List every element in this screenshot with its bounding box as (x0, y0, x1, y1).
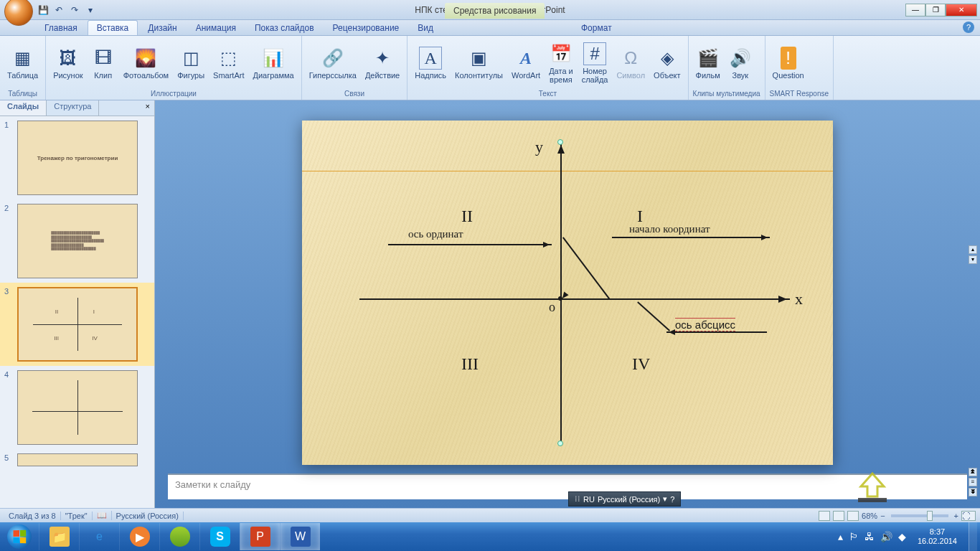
origin-text: начало координат (629, 223, 710, 235)
save-button[interactable]: 💾 (37, 4, 49, 16)
tray-volume-icon[interactable]: 🔊 (880, 531, 892, 542)
tab-insert[interactable]: Вставка (88, 20, 138, 35)
tab-view[interactable]: Вид (409, 21, 442, 35)
language-bar[interactable]: ⁞⁞ RU Русский (Россия) ▾? (568, 491, 681, 507)
hyperlink-button[interactable]: 🔗Гиперссылка (306, 45, 359, 81)
tray-flag-icon[interactable]: 🏳 (849, 531, 859, 542)
question-button[interactable]: !Question (770, 45, 807, 81)
show-desktop-button[interactable] (969, 522, 977, 551)
zoom-level[interactable]: 68% (862, 512, 877, 520)
tab-animation[interactable]: Анимация (187, 21, 245, 35)
clock[interactable]: 8:37 16.02.2014 (912, 527, 963, 546)
slide-thumb-4[interactable]: 4 (0, 366, 154, 449)
outline-tab[interactable]: Структура (47, 100, 99, 116)
zoom-slider[interactable] (891, 514, 948, 517)
prev-slide-button[interactable]: ▴ (969, 245, 977, 254)
tab-format[interactable]: Формат (573, 21, 621, 35)
origin-line-diag[interactable] (562, 237, 610, 299)
slide-counter: Слайд 3 из 8 (4, 512, 61, 520)
maximize-button[interactable]: ❐ (925, 4, 946, 17)
zoom-in-button[interactable]: + (954, 512, 958, 520)
textbox-button[interactable]: AНадпись (412, 45, 449, 81)
symbol-button: ΩСимвол (613, 45, 648, 81)
origin-line-h[interactable] (612, 237, 770, 238)
tray-network-icon[interactable]: 🖧 (864, 531, 875, 542)
taskbar-mediaplayer[interactable]: ▶ (119, 523, 159, 550)
date-icon: 📅 (550, 42, 573, 65)
language-indicator[interactable]: Русский (Россия) (112, 512, 184, 520)
selection-handle-bottom[interactable] (557, 441, 563, 446)
tab-review[interactable]: Рецензирование (324, 21, 408, 35)
origin-point (558, 296, 562, 301)
taskbar-explorer[interactable]: 📁 (39, 523, 79, 550)
clip-button[interactable]: 🎞Клип (89, 45, 118, 81)
headerfooter-button[interactable]: ▣Колонтитулы (452, 45, 506, 81)
smartart-button[interactable]: ⬚SmartArt (210, 45, 247, 81)
slidenumber-button[interactable]: #Номер слайда (579, 41, 611, 85)
minimize-button[interactable]: — (905, 4, 925, 17)
slides-tab[interactable]: Слайды (0, 100, 47, 116)
slideshow-view-button[interactable] (847, 511, 859, 521)
chart-button[interactable]: 📊Диаграмма (250, 45, 297, 81)
notes-pane[interactable]: Заметки к слайду (168, 474, 967, 499)
slide-thumb-2[interactable]: 2███████████████████████████████████████… (0, 199, 154, 283)
next-slide-nav[interactable]: ⯯ (969, 488, 977, 496)
slides-panel: Слайды Структура × 1Тренажер по тригоном… (0, 100, 155, 508)
photoalbum-button[interactable]: 🌄Фотоальбом (121, 45, 172, 81)
next-slide-button[interactable]: ▾ (969, 255, 977, 264)
object-button[interactable]: ◈Объект (651, 45, 683, 81)
wordart-button[interactable]: AWordArt (509, 45, 543, 81)
taskbar-skype[interactable]: S (199, 523, 240, 550)
sound-button[interactable]: 🔊Звук (726, 45, 755, 81)
taskbar-ie[interactable]: e (79, 523, 119, 550)
action-button[interactable]: ✦Действие (362, 45, 402, 81)
sorter-view-button[interactable] (833, 511, 844, 521)
slide-thumb-3[interactable]: 3IIIIIIIV (0, 283, 154, 366)
taskbar-app1[interactable] (159, 523, 199, 550)
ordinate-text: ось ординат (408, 228, 463, 240)
slide-canvas[interactable]: y x o I II III IV ось ординат начало коо… (302, 121, 833, 465)
close-button[interactable]: ✕ (946, 4, 977, 17)
sound-icon: 🔊 (729, 47, 752, 70)
shapes-button[interactable]: ◫Фигуры (174, 45, 207, 81)
slide-thumb-1[interactable]: 1Тренажер по тригонометрии (0, 116, 154, 199)
slide-thumb-5[interactable]: 5 (0, 449, 154, 471)
shapes-icon: ◫ (179, 47, 202, 70)
group-illustrations: Иллюстрации (50, 89, 297, 98)
spellcheck-indicator[interactable]: 📖 (93, 511, 112, 520)
tray-show-hidden[interactable]: ▴ (838, 531, 843, 542)
help-button[interactable]: ? (963, 22, 974, 33)
abscissa-line-diag[interactable] (637, 301, 670, 331)
taskbar-powerpoint[interactable]: P (240, 523, 280, 550)
picture-icon: 🖼 (57, 47, 80, 70)
datetime-button[interactable]: 📅Дата и время (546, 41, 576, 85)
slide-nav-menu[interactable]: ≡ (969, 478, 977, 486)
normal-view-button[interactable] (819, 511, 830, 521)
table-button[interactable]: ▦Таблица (4, 45, 41, 81)
undo-button[interactable]: ↶ (53, 4, 65, 16)
abscissa-line-h[interactable] (666, 331, 767, 333)
x-axis-line[interactable] (359, 298, 790, 300)
selection-handle-top[interactable] (557, 139, 563, 145)
panel-close-button[interactable]: × (141, 100, 154, 116)
y-axis-line[interactable] (560, 142, 562, 443)
symbol-icon: Ω (619, 47, 642, 70)
taskbar-word[interactable]: W (280, 523, 320, 550)
redo-button[interactable]: ↷ (69, 4, 80, 16)
contextual-tab-label: Средства рисования (445, 3, 545, 19)
qat-customize[interactable]: ▾ (85, 4, 96, 16)
tab-home[interactable]: Главная (36, 21, 86, 35)
slide-list[interactable]: 1Тренажер по тригонометрии 2████████████… (0, 116, 154, 508)
start-button[interactable] (0, 522, 39, 551)
zoom-out-button[interactable]: − (880, 512, 885, 520)
tab-slideshow[interactable]: Показ слайдов (246, 21, 323, 35)
tab-design[interactable]: Дизайн (139, 21, 185, 35)
link-icon: 🔗 (321, 47, 344, 70)
prev-slide-nav[interactable]: ⯭ (969, 468, 977, 476)
fit-window-button[interactable]: ⛶ (961, 511, 976, 521)
movie-button[interactable]: 🎬Фильм (693, 45, 723, 81)
picture-button[interactable]: 🖼Рисунок (50, 45, 86, 81)
tray-app-icon[interactable]: ◆ (898, 531, 906, 542)
abscissa-text: ось абсцисс (675, 319, 735, 331)
ordinate-arrow[interactable] (388, 244, 552, 245)
